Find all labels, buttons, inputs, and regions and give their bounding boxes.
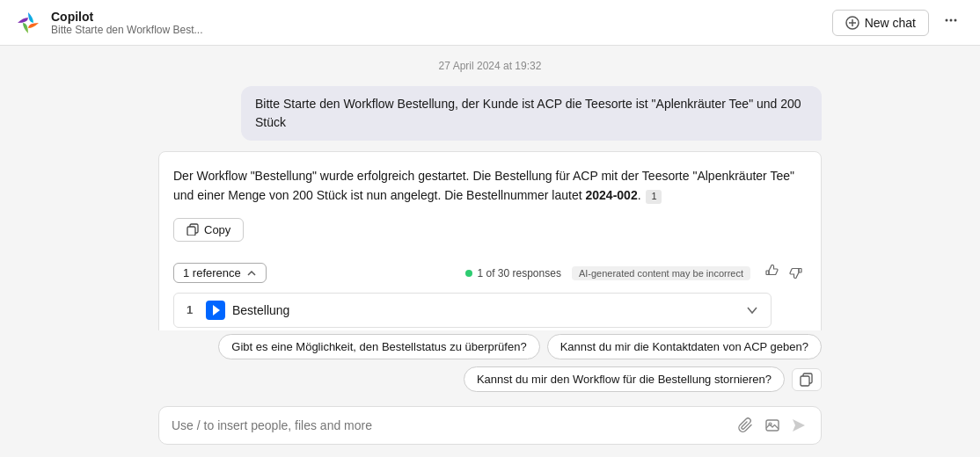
- svg-point-4: [946, 19, 948, 22]
- svg-rect-10: [799, 268, 801, 272]
- chat-timestamp: 27 April 2024 at 19:32: [158, 56, 822, 76]
- thumbs-up-button[interactable]: [761, 263, 782, 284]
- copy-button[interactable]: Copy: [173, 218, 244, 242]
- thumb-down-icon: [789, 265, 803, 279]
- response-count: 1 of 30 responses: [465, 267, 560, 279]
- input-area: [0, 399, 980, 457]
- app-header: Copilot Bitte Starte den Workflow Best..…: [0, 0, 980, 46]
- send-icon: [791, 417, 807, 433]
- thumb-up-icon: [764, 265, 779, 279]
- input-box: [158, 406, 822, 445]
- svg-rect-9: [766, 271, 769, 275]
- reference-item-label: Bestellung: [232, 303, 289, 317]
- chevron-up-icon: [246, 268, 257, 279]
- suggestion-chip-2[interactable]: Kannst du mir den Workflow für die Beste…: [464, 366, 785, 392]
- copy-icon: [186, 223, 199, 236]
- chat-area: 27 April 2024 at 19:32 Bitte Starte den …: [0, 46, 980, 330]
- footer-right: 1 of 30 responses AI-generated content m…: [465, 263, 807, 284]
- suggestions-area: Gibt es eine Möglichkeit, den Bestellsta…: [0, 330, 980, 399]
- ai-generated-badge: AI-generated content may be incorrect: [572, 266, 750, 280]
- user-message-bubble: Bitte Starte den Workflow Bestellung, de…: [241, 86, 822, 141]
- send-button[interactable]: [789, 416, 808, 435]
- response-bold-part: 2024-002: [586, 188, 638, 202]
- bot-response-card: Der Workflow "Bestellung" wurde erfolgre…: [158, 151, 822, 330]
- svg-rect-15: [766, 420, 779, 431]
- status-dot: [465, 270, 472, 277]
- reference-item-left: 1 Bestellung: [186, 301, 289, 320]
- header-left: Copilot Bitte Starte den Workflow Best..…: [14, 9, 203, 37]
- copilot-logo-icon: [14, 9, 42, 37]
- paperclip-icon: [738, 417, 754, 433]
- suggestion-chip-1[interactable]: Kannst du mir die Kontaktdaten von ACP g…: [547, 334, 822, 359]
- footnote-number: 1: [646, 190, 662, 204]
- svg-marker-17: [793, 419, 805, 432]
- reference-badge-button[interactable]: 1 reference: [173, 263, 267, 283]
- input-actions: [736, 416, 808, 435]
- chat-input[interactable]: [172, 418, 729, 432]
- response-text-part1: Der Workflow "Bestellung" wurde erfolgre…: [173, 169, 794, 202]
- response-footer: 1 reference 1 of 30 responses AI-generat…: [173, 254, 807, 284]
- thumbs-down-button[interactable]: [786, 263, 807, 284]
- image-button[interactable]: [763, 416, 782, 435]
- copy-alt-icon: [800, 373, 814, 387]
- reference-badge-label: 1 reference: [183, 266, 241, 279]
- chevron-down-icon: [746, 304, 758, 316]
- more-options-button[interactable]: [936, 9, 966, 36]
- thumbs-row: [761, 263, 807, 284]
- copy-suggestion-button[interactable]: [792, 368, 822, 391]
- reference-item: 1 Bestellung: [173, 293, 772, 328]
- svg-rect-14: [801, 376, 809, 386]
- svg-point-0: [16, 11, 40, 35]
- response-count-text: 1 of 30 responses: [477, 267, 560, 279]
- bestellung-icon: [206, 301, 225, 320]
- header-right: New chat: [832, 9, 966, 36]
- response-text-part2: .: [638, 188, 641, 202]
- new-chat-label: New chat: [865, 16, 916, 30]
- copy-label: Copy: [204, 223, 230, 236]
- suggestion-row-2: Kannst du mir den Workflow für die Beste…: [158, 366, 822, 392]
- app-title: Copilot: [51, 10, 203, 24]
- more-dots-icon: [943, 12, 959, 28]
- new-chat-icon: [845, 16, 859, 30]
- app-subtitle: Bitte Starte den Workflow Best...: [51, 24, 203, 36]
- svg-point-5: [950, 19, 953, 22]
- suggestion-chip-0[interactable]: Gibt es eine Möglichkeit, den Bestellsta…: [218, 334, 539, 359]
- bot-response-text: Der Workflow "Bestellung" wurde erfolgre…: [173, 166, 807, 206]
- header-title-group: Copilot Bitte Starte den Workflow Best..…: [51, 10, 203, 36]
- svg-rect-8: [187, 227, 195, 236]
- attach-button[interactable]: [736, 416, 756, 435]
- image-icon: [764, 417, 780, 433]
- new-chat-button[interactable]: New chat: [832, 10, 929, 36]
- reference-number: 1: [186, 303, 199, 316]
- svg-point-6: [954, 19, 957, 22]
